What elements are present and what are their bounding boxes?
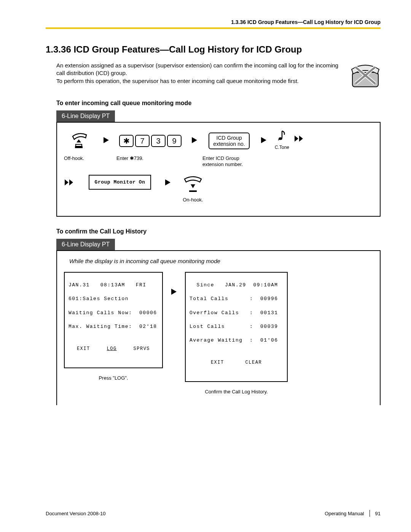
- svg-rect-9: [189, 190, 197, 192]
- enter-ext-label: Enter ICD Group extension number.: [202, 155, 243, 168]
- arrow-icon: [170, 288, 177, 296]
- arrow-icon: [260, 136, 267, 144]
- intro-text: An extension assigned as a supervisor (s…: [46, 62, 342, 88]
- display-pt-tab-2: 6-Line Display PT: [56, 239, 115, 250]
- lcd2-softkey-clear: CLEAR: [245, 359, 262, 366]
- intro-p2: To perform this operation, the superviso…: [56, 77, 342, 85]
- lcd2-line3: Overflow Calls : 00131: [190, 310, 283, 316]
- offhook-label: Off-hook.: [64, 155, 84, 161]
- doc-version: Document Version 2008-10: [46, 511, 106, 516]
- lcd2-line1: Since JAN.29 09:10AM: [190, 282, 283, 289]
- enter-code-label: Enter ✱739.: [116, 155, 143, 161]
- onhook-label: On-hook.: [183, 197, 203, 203]
- lcd2-softkey-exit: EXIT: [211, 359, 224, 366]
- section2-heading: To confirm the Call Log History: [46, 228, 381, 235]
- page-title: 1.3.36 ICD Group Features—Call Log Histo…: [46, 44, 381, 55]
- footer-separator: [370, 510, 370, 517]
- lcd1-softkey-log: LOG: [107, 346, 117, 352]
- lcd1-line2: 601:Sales Section: [68, 296, 158, 302]
- lcd1-line4: Max. Waiting Time: 02'18: [68, 323, 158, 330]
- svg-rect-6: [76, 144, 82, 146]
- section1-heading: To enter incoming call queue monitoring …: [46, 100, 381, 107]
- ctone-label: C.Tone: [275, 145, 289, 150]
- arrow-icon: [103, 136, 110, 144]
- lcd1-line3: Waiting Calls Now: 00006: [68, 310, 158, 316]
- group-monitor-display: Group Monitor On: [89, 175, 151, 190]
- telephone-crossout-icon: [350, 62, 381, 88]
- flow-box-2: While the display is in incoming call qu…: [56, 250, 381, 405]
- arrow-icon: [191, 136, 198, 144]
- key-star: ✱: [119, 135, 134, 147]
- intro-p1: An extension assigned as a supervisor (s…: [56, 62, 342, 77]
- key-7: 7: [135, 135, 150, 147]
- lcd-screen-2: Since JAN.29 09:10AM Total Calls : 00996…: [185, 272, 288, 382]
- lcd2-line2: Total Calls : 00996: [190, 296, 283, 302]
- header-rule: [46, 27, 381, 29]
- ext-box-line2: extension no.: [213, 141, 245, 147]
- cont-arrow-icon: [294, 135, 305, 142]
- arrow-icon: [164, 179, 171, 186]
- key-3: 3: [151, 135, 166, 147]
- page-number: 91: [375, 511, 381, 516]
- key-9: 9: [167, 135, 182, 147]
- icd-group-ext-box: ICD Group extension no.: [209, 133, 249, 149]
- page-footer: Document Version 2008-10 Operating Manua…: [46, 510, 381, 517]
- lcd2-line5: Average Waiting : 01'06: [190, 337, 283, 344]
- cont-arrow-icon: [64, 179, 75, 186]
- display-pt-tab: 6-Line Display PT: [56, 110, 115, 122]
- lcd2-caption: Confirm the Call Log History.: [185, 389, 288, 395]
- ctone-icon: [277, 129, 287, 143]
- lcd1-line1: JAN.31 08:13AM FRI: [68, 282, 158, 289]
- lcd1-softkey-sprvs: SPRVS: [134, 346, 150, 352]
- ext-box-line1: ICD Group: [213, 135, 245, 141]
- lcd1-caption: Press "LOG".: [64, 375, 163, 381]
- lcd1-softkey-exit: EXIT: [77, 346, 90, 352]
- onhook-icon: [182, 175, 204, 194]
- monitoring-mode-note: While the display is in incoming call qu…: [69, 258, 373, 264]
- flow-box-1: Off-hook. ✱ 7 3 9 Enter ✱739.: [56, 122, 381, 217]
- offhook-icon: [70, 129, 92, 152]
- manual-name: Operating Manual: [325, 511, 364, 516]
- lcd2-line4: Lost Calls : 00039: [190, 323, 283, 330]
- lcd-screen-1: JAN.31 08:13AM FRI 601:Sales Section Wai…: [64, 272, 163, 368]
- running-head: 1.3.36 ICD Group Features—Call Log Histo…: [46, 19, 381, 27]
